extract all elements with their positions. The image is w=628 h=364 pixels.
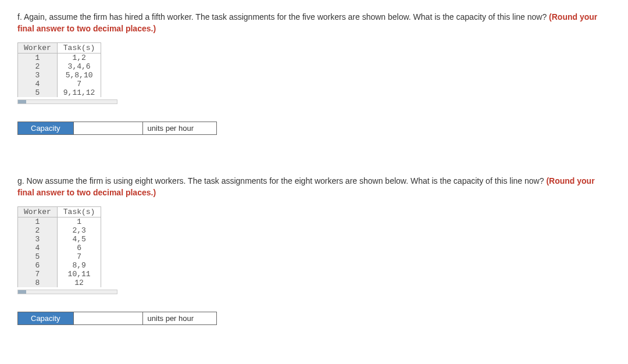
question-g-prompt: g. Now assume the firm is using eight wo… [17,176,546,185]
scrollbar-f[interactable] [17,99,117,104]
table-g-header-worker: Worker [18,207,58,217]
table-g: Worker Task(s) 11 22,3 34,5 46 57 68,9 7… [17,206,101,287]
cell: 4,5 [57,235,101,244]
question-f-prompt: f. Again, assume the firm has hired a fi… [17,12,549,22]
cell: 5 [18,252,58,261]
question-f: f. Again, assume the firm has hired a fi… [17,12,611,135]
cell: 4 [18,80,58,88]
cell: 1 [57,217,101,227]
cell: 2,3 [57,226,101,235]
question-g-text: g. Now assume the firm is using eight wo… [17,176,611,198]
table-g-header-tasks: Task(s) [57,207,101,217]
cell: 9,11,12 [57,88,101,97]
cell: 6 [18,261,58,270]
cell: 3,4,6 [57,62,101,71]
cell: 7 [18,270,58,279]
cell: 5 [18,88,58,97]
cell: 12 [57,279,101,287]
cell: 2 [18,226,58,235]
capacity-label-f: Capacity [17,122,74,135]
table-f-header-worker: Worker [18,43,58,53]
question-f-text: f. Again, assume the firm has hired a fi… [17,12,611,34]
answer-row-f: Capacity units per hour [17,122,611,135]
cell: 8 [18,279,58,287]
table-f-header-tasks: Task(s) [57,43,101,53]
capacity-unit-g: units per hour [143,312,217,325]
cell: 1 [18,217,58,227]
capacity-unit-f: units per hour [143,122,217,135]
cell: 2 [18,62,58,71]
question-g: g. Now assume the firm is using eight wo… [17,176,611,325]
cell: 5,8,10 [57,71,101,80]
scrollbar-g[interactable] [17,290,117,294]
cell: 10,11 [57,270,101,279]
capacity-input-f[interactable] [74,122,143,135]
table-f: Worker Task(s) 11,2 23,4,6 35,8,10 47 59… [17,42,101,97]
answer-row-g: Capacity units per hour [17,312,611,325]
cell: 4 [18,244,58,252]
cell: 3 [18,235,58,244]
cell: 1 [18,53,58,63]
cell: 8,9 [57,261,101,270]
cell: 6 [57,244,101,252]
capacity-label-g: Capacity [17,312,74,325]
capacity-input-g[interactable] [74,312,143,325]
cell: 3 [18,71,58,80]
cell: 7 [57,80,101,88]
cell: 1,2 [57,53,101,63]
cell: 7 [57,252,101,261]
